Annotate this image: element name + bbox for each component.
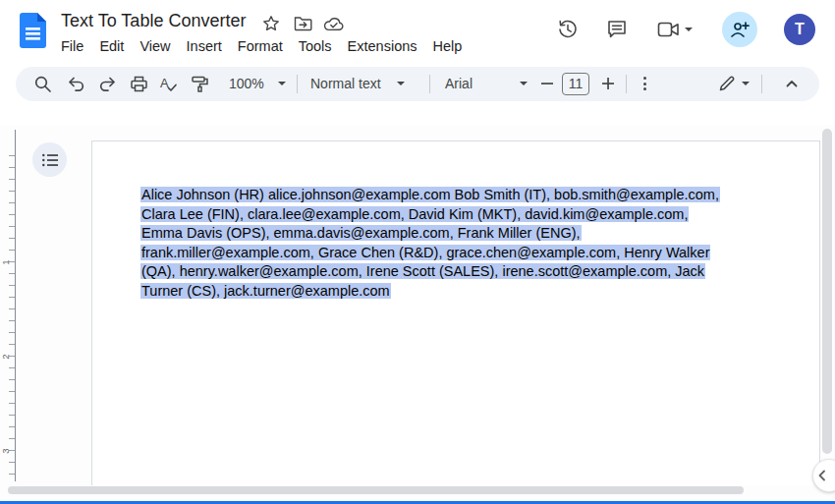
styles-caret — [397, 82, 405, 85]
selected-text: frank.miller@example.com, Grace Chen (R&… — [140, 245, 710, 260]
text-line: Alice Johnson (HR) alice.johnson@example… — [140, 186, 720, 205]
menu-tools[interactable]: Tools — [291, 36, 340, 56]
menu-file[interactable]: File — [53, 36, 91, 56]
vertical-ruler-line — [15, 130, 16, 481]
document-title[interactable]: Text To Table Converter — [61, 11, 246, 31]
star-icon[interactable] — [261, 14, 281, 33]
text-line: Emma Davis (OPS), emma.davis@example.com… — [140, 224, 720, 244]
paint-format-icon[interactable] — [188, 72, 211, 95]
zoom-value: 100% — [229, 76, 264, 91]
toolbar-divider — [761, 75, 762, 93]
selected-text: Clara Lee (FIN), clara.lee@example.com, … — [140, 206, 689, 222]
styles-value: Normal text — [310, 76, 381, 91]
cloud-saved-icon[interactable] — [324, 14, 344, 33]
toolbar-divider — [297, 75, 298, 93]
toolbar-divider — [429, 75, 430, 93]
text-line: Clara Lee (FIN), clara.lee@example.com, … — [140, 205, 720, 225]
undo-icon[interactable] — [64, 72, 87, 95]
styles-select[interactable]: Normal text — [306, 72, 422, 95]
font-select[interactable]: Arial — [439, 72, 533, 95]
selected-text: Alice Johnson (HR) alice.johnson@example… — [140, 187, 720, 202]
avatar-initial: T — [795, 21, 805, 38]
more-toolbar-options-icon[interactable] — [633, 72, 656, 95]
show-outline-button[interactable] — [32, 142, 67, 177]
svg-text:A: A — [160, 76, 169, 90]
vertical-scrollbar[interactable] — [822, 129, 832, 454]
vertical-ruler-number: 3 — [0, 444, 14, 458]
version-history-icon[interactable] — [556, 18, 580, 41]
text-line: Turner (CS), jack.turner@example.com — [140, 282, 720, 302]
text-line: frank.miller@example.com, Grace Chen (R&… — [140, 244, 720, 263]
menu-edit[interactable]: Edit — [91, 36, 132, 56]
document-text[interactable]: Alice Johnson (HR) alice.johnson@example… — [140, 186, 720, 301]
selected-text: Emma Davis (OPS), emma.davis@example.com… — [140, 225, 582, 241]
menu-help[interactable]: Help — [425, 36, 471, 56]
toolbar: A 100% Normal text Arial — [16, 67, 819, 101]
document-page[interactable]: Alice Johnson (HR) alice.johnson@example… — [91, 140, 820, 485]
vertical-ruler-number: 1 — [0, 255, 14, 269]
horizontal-ruler: 1 2 3 4 5 6 7 — [0, 101, 835, 125]
font-size-increase-button[interactable] — [596, 72, 620, 95]
menu-bar: File Edit View Insert Format Tools Exten… — [53, 35, 470, 57]
toolbar-divider — [626, 75, 627, 93]
account-avatar[interactable]: T — [784, 14, 815, 45]
top-bar: Text To Table Converter File Edit View I… — [0, 0, 835, 61]
docs-logo-icon[interactable] — [20, 13, 46, 48]
spellcheck-icon[interactable]: A — [157, 72, 181, 95]
share-button[interactable] — [722, 12, 757, 47]
editing-mode-select[interactable] — [710, 72, 757, 95]
document-canvas: 1 2 3 Alice Johnson (HR) alice.johnson@e… — [0, 125, 835, 504]
hide-menus-icon[interactable] — [780, 72, 804, 95]
font-caret — [520, 82, 528, 85]
font-value: Arial — [445, 76, 473, 91]
redo-icon[interactable] — [95, 72, 119, 95]
font-size-input[interactable]: 11 — [562, 73, 589, 95]
menu-view[interactable]: View — [132, 36, 178, 56]
editing-mode-caret — [742, 82, 750, 85]
print-icon[interactable] — [127, 72, 150, 95]
menu-format[interactable]: Format — [230, 36, 291, 56]
google-docs-window: Text To Table Converter File Edit View I… — [0, 0, 835, 504]
horizontal-scrollbar[interactable] — [8, 486, 744, 494]
move-folder-icon[interactable] — [293, 14, 312, 33]
search-menus-icon[interactable] — [30, 72, 54, 95]
vertical-ruler-number: 2 — [0, 350, 14, 364]
meet-video-icon[interactable] — [652, 18, 697, 41]
zoom-caret — [278, 82, 286, 85]
text-line: (QA), henry.walker@example.com, Irene Sc… — [140, 262, 720, 282]
zoom-select[interactable]: 100% — [217, 72, 300, 95]
selected-text: Turner (CS), jack.turner@example.com — [140, 283, 391, 299]
menu-extensions[interactable]: Extensions — [340, 36, 425, 56]
selected-text: (QA), henry.walker@example.com, Irene Sc… — [140, 263, 705, 279]
meet-dropdown-caret — [685, 28, 693, 31]
font-size-decrease-button[interactable] — [535, 72, 559, 95]
comments-icon[interactable] — [605, 18, 629, 41]
pencil-icon — [718, 75, 736, 92]
menu-insert[interactable]: Insert — [179, 36, 230, 56]
